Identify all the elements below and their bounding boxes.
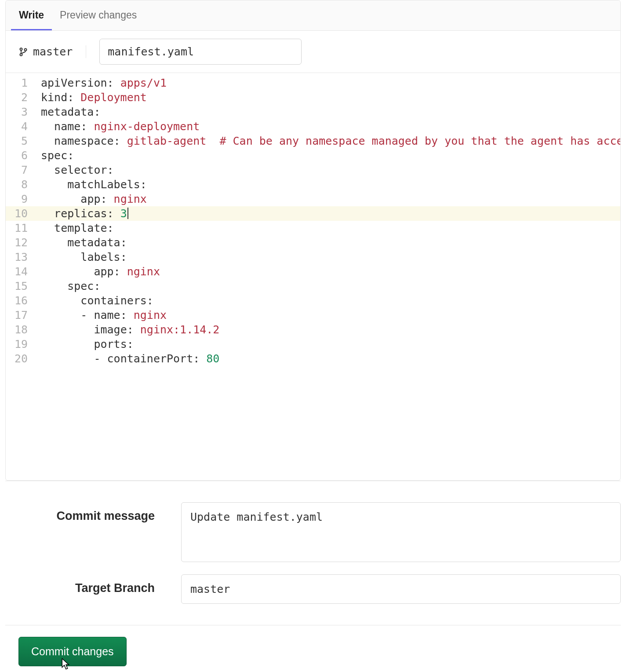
code-content: app: nginx (41, 192, 620, 206)
code-content: name: nginx-deployment (41, 119, 620, 134)
code-line[interactable]: 6spec: (6, 148, 620, 163)
code-line[interactable]: 12 metadata: (6, 235, 620, 250)
code-content: image: nginx:1.14.2 (41, 322, 620, 337)
file-header: master (6, 31, 620, 73)
line-number: 5 (6, 134, 41, 148)
code-content: metadata: (41, 235, 620, 250)
code-line[interactable]: 16 containers: (6, 293, 620, 308)
line-number: 3 (6, 105, 41, 119)
line-number: 7 (6, 163, 41, 177)
code-content: metadata: (41, 105, 620, 119)
code-content: template: (41, 221, 620, 235)
code-line[interactable]: 1apiVersion: apps/v1 (6, 76, 620, 90)
code-line[interactable]: 11 template: (6, 221, 620, 235)
code-content: replicas: 3 (41, 206, 620, 221)
code-line[interactable]: 4 name: nginx-deployment (6, 119, 620, 134)
code-line[interactable]: 3metadata: (6, 105, 620, 119)
code-content: spec: (41, 148, 620, 163)
line-number: 10 (6, 206, 41, 221)
line-number: 4 (6, 119, 41, 134)
branch-indicator: master (19, 45, 86, 58)
code-line[interactable]: 10 replicas: 3 (6, 206, 620, 221)
line-number: 9 (6, 192, 41, 206)
code-line[interactable]: 13 labels: (6, 250, 620, 264)
filename-input[interactable] (99, 39, 302, 65)
code-line[interactable]: 15 spec: (6, 279, 620, 293)
line-number: 6 (6, 148, 41, 163)
code-content: labels: (41, 250, 620, 264)
line-number: 18 (6, 322, 41, 337)
line-number: 1 (6, 76, 41, 90)
line-number: 20 (6, 351, 41, 366)
code-line[interactable]: 19 ports: (6, 337, 620, 351)
line-number: 2 (6, 90, 41, 105)
code-line[interactable]: 9 app: nginx (6, 192, 620, 206)
code-content: apiVersion: apps/v1 (41, 76, 620, 90)
target-branch-input[interactable] (181, 574, 621, 604)
line-number: 8 (6, 177, 41, 192)
text-cursor (127, 208, 128, 219)
commit-message-label: Commit message (5, 502, 181, 523)
code-content: - containerPort: 80 (41, 351, 620, 366)
code-editor[interactable]: 1apiVersion: apps/v12kind: Deployment3me… (6, 73, 620, 480)
target-branch-label: Target Branch (5, 574, 181, 595)
tab-preview-changes[interactable]: Preview changes (52, 0, 145, 30)
code-content: kind: Deployment (41, 90, 620, 105)
code-line[interactable]: 17 - name: nginx (6, 308, 620, 322)
code-line[interactable]: 8 matchLabels: (6, 177, 620, 192)
code-line[interactable]: 18 image: nginx:1.14.2 (6, 322, 620, 337)
branch-icon (19, 47, 28, 57)
svg-point-1 (20, 53, 22, 55)
code-content: spec: (41, 279, 620, 293)
commit-changes-button-label: Commit changes (31, 645, 114, 657)
mouse-cursor-icon (60, 657, 72, 671)
code-line[interactable]: 2kind: Deployment (6, 90, 620, 105)
line-number: 14 (6, 264, 41, 279)
code-line[interactable]: 7 selector: (6, 163, 620, 177)
line-number: 19 (6, 337, 41, 351)
line-number: 17 (6, 308, 41, 322)
actions-bar: Commit changes (5, 625, 621, 672)
code-line[interactable]: 14 app: nginx (6, 264, 620, 279)
line-number: 15 (6, 279, 41, 293)
svg-point-0 (20, 48, 22, 50)
svg-point-2 (25, 48, 27, 51)
code-content: app: nginx (41, 264, 620, 279)
commit-form: Commit message Target Branch (5, 481, 621, 625)
line-number: 11 (6, 221, 41, 235)
code-content: containers: (41, 293, 620, 308)
commit-message-input[interactable] (181, 502, 621, 562)
code-content: ports: (41, 337, 620, 351)
line-number: 13 (6, 250, 41, 264)
editor-tabs: Write Preview changes (6, 0, 620, 31)
line-number: 12 (6, 235, 41, 250)
tab-write[interactable]: Write (11, 0, 52, 30)
line-number: 16 (6, 293, 41, 308)
code-content: namespace: gitlab-agent # Can be any nam… (41, 134, 621, 148)
branch-name: master (33, 45, 73, 58)
code-content: matchLabels: (41, 177, 620, 192)
code-line[interactable]: 20 - containerPort: 80 (6, 351, 620, 366)
code-line[interactable]: 5 namespace: gitlab-agent # Can be any n… (6, 134, 620, 148)
code-content: - name: nginx (41, 308, 620, 322)
code-content: selector: (41, 163, 620, 177)
commit-changes-button[interactable]: Commit changes (18, 637, 127, 666)
